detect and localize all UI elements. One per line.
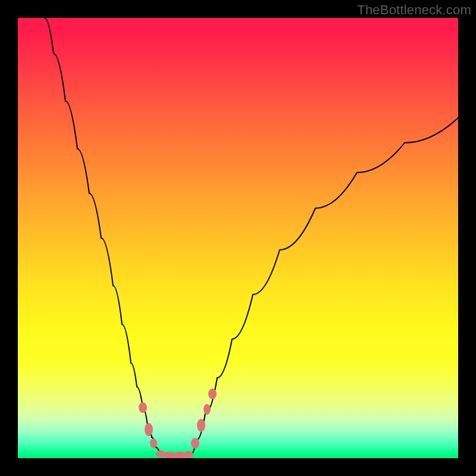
data-marker <box>208 389 217 399</box>
curve-layer <box>18 18 458 458</box>
data-marker <box>197 419 205 432</box>
data-marker <box>145 423 153 436</box>
watermark-text: TheBottleneck.com <box>357 2 471 18</box>
data-marker <box>164 452 176 458</box>
data-marker <box>191 438 199 449</box>
data-marker <box>150 439 157 448</box>
data-marker <box>174 452 186 458</box>
marker-group <box>139 389 217 458</box>
plot-area <box>18 18 458 458</box>
data-marker <box>203 404 211 415</box>
left-curve <box>45 18 161 455</box>
data-marker <box>184 451 193 458</box>
right-curve <box>190 118 458 455</box>
data-marker <box>139 402 147 413</box>
chart-frame: TheBottleneck.com <box>0 0 476 476</box>
